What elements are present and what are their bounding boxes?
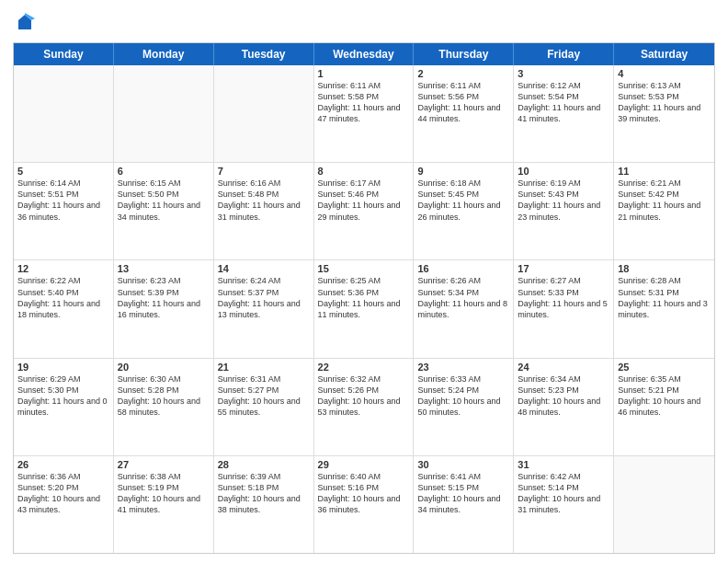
day-cell-29: 29Sunrise: 6:40 AMSunset: 5:16 PMDayligh…: [314, 456, 415, 553]
day-cell-12: 12Sunrise: 6:22 AMSunset: 5:40 PMDayligh…: [14, 260, 114, 357]
day-cell-15: 15Sunrise: 6:25 AMSunset: 5:36 PMDayligh…: [314, 260, 415, 357]
calendar-header: SundayMondayTuesdayWednesdayThursdayFrid…: [14, 43, 714, 65]
day-cell-14: 14Sunrise: 6:24 AMSunset: 5:37 PMDayligh…: [214, 260, 314, 357]
day-cell-28: 28Sunrise: 6:39 AMSunset: 5:18 PMDayligh…: [214, 456, 314, 553]
cell-info: Sunrise: 6:22 AMSunset: 5:40 PMDaylight:…: [17, 275, 109, 320]
calendar: SundayMondayTuesdayWednesdayThursdayFrid…: [13, 42, 715, 554]
day-cell-21: 21Sunrise: 6:31 AMSunset: 5:27 PMDayligh…: [214, 359, 314, 455]
day-number: 11: [618, 166, 711, 177]
day-cell-16: 16Sunrise: 6:26 AMSunset: 5:34 PMDayligh…: [414, 260, 514, 357]
cell-info: Sunrise: 6:13 AMSunset: 5:53 PMDaylight:…: [618, 80, 711, 125]
day-cell-22: 22Sunrise: 6:32 AMSunset: 5:26 PMDayligh…: [314, 359, 415, 455]
calendar-row-2: 12Sunrise: 6:22 AMSunset: 5:40 PMDayligh…: [14, 260, 714, 358]
header-day-friday: Friday: [514, 43, 614, 65]
day-number: 9: [417, 166, 509, 177]
cell-info: Sunrise: 6:35 AMSunset: 5:21 PMDaylight:…: [618, 373, 711, 419]
day-number: 14: [218, 263, 310, 274]
day-cell-26: 26Sunrise: 6:36 AMSunset: 5:20 PMDayligh…: [14, 456, 114, 553]
day-number: 18: [618, 263, 711, 274]
day-number: 10: [518, 166, 609, 177]
day-number: 21: [218, 362, 310, 373]
cell-info: Sunrise: 6:25 AMSunset: 5:36 PMDaylight:…: [318, 275, 410, 320]
cell-info: Sunrise: 6:38 AMSunset: 5:19 PMDaylight:…: [118, 471, 210, 516]
day-cell-11: 11Sunrise: 6:21 AMSunset: 5:42 PMDayligh…: [614, 163, 714, 259]
cell-info: Sunrise: 6:26 AMSunset: 5:34 PMDaylight:…: [417, 275, 509, 320]
header-day-monday: Monday: [114, 43, 214, 65]
cell-info: Sunrise: 6:40 AMSunset: 5:16 PMDaylight:…: [318, 471, 410, 516]
day-number: 26: [17, 459, 109, 470]
day-cell-18: 18Sunrise: 6:28 AMSunset: 5:31 PMDayligh…: [614, 260, 714, 357]
cell-info: Sunrise: 6:23 AMSunset: 5:39 PMDaylight:…: [118, 275, 210, 320]
day-number: 20: [118, 362, 210, 373]
logo-icon: [15, 13, 35, 33]
day-number: 4: [618, 68, 711, 79]
day-cell-20: 20Sunrise: 6:30 AMSunset: 5:28 PMDayligh…: [114, 359, 214, 455]
day-number: 15: [318, 263, 410, 274]
day-cell-13: 13Sunrise: 6:23 AMSunset: 5:39 PMDayligh…: [114, 260, 214, 357]
day-cell-19: 19Sunrise: 6:29 AMSunset: 5:30 PMDayligh…: [14, 359, 114, 455]
cell-info: Sunrise: 6:11 AMSunset: 5:56 PMDaylight:…: [417, 80, 509, 125]
day-cell-2: 2Sunrise: 6:11 AMSunset: 5:56 PMDaylight…: [414, 65, 514, 162]
page: SundayMondayTuesdayWednesdayThursdayFrid…: [0, 0, 728, 563]
day-number: 25: [618, 362, 711, 373]
cell-info: Sunrise: 6:17 AMSunset: 5:46 PMDaylight:…: [318, 178, 410, 223]
day-cell-7: 7Sunrise: 6:16 AMSunset: 5:48 PMDaylight…: [214, 163, 314, 259]
day-cell-10: 10Sunrise: 6:19 AMSunset: 5:43 PMDayligh…: [514, 163, 614, 259]
calendar-row-1: 5Sunrise: 6:14 AMSunset: 5:51 PMDaylight…: [14, 163, 714, 260]
day-number: 31: [518, 459, 609, 470]
day-number: 7: [218, 166, 310, 177]
logo: [13, 13, 35, 35]
empty-cell: [14, 65, 114, 162]
header-day-saturday: Saturday: [614, 43, 714, 65]
day-number: 28: [218, 459, 310, 470]
day-number: 8: [318, 166, 410, 177]
cell-info: Sunrise: 6:34 AMSunset: 5:23 PMDaylight:…: [518, 373, 609, 419]
day-number: 1: [318, 68, 410, 79]
cell-info: Sunrise: 6:18 AMSunset: 5:45 PMDaylight:…: [417, 178, 509, 223]
cell-info: Sunrise: 6:15 AMSunset: 5:50 PMDaylight:…: [118, 178, 210, 223]
day-cell-23: 23Sunrise: 6:33 AMSunset: 5:24 PMDayligh…: [414, 359, 514, 455]
day-number: 19: [17, 362, 109, 373]
cell-info: Sunrise: 6:32 AMSunset: 5:26 PMDaylight:…: [318, 373, 410, 419]
empty-cell: [214, 65, 314, 162]
cell-info: Sunrise: 6:36 AMSunset: 5:20 PMDaylight:…: [17, 471, 109, 516]
header-day-sunday: Sunday: [14, 43, 114, 65]
day-number: 22: [318, 362, 410, 373]
cell-info: Sunrise: 6:30 AMSunset: 5:28 PMDaylight:…: [118, 373, 210, 419]
cell-info: Sunrise: 6:21 AMSunset: 5:42 PMDaylight:…: [618, 178, 711, 223]
empty-cell: [614, 456, 714, 553]
day-cell-5: 5Sunrise: 6:14 AMSunset: 5:51 PMDaylight…: [14, 163, 114, 259]
day-cell-4: 4Sunrise: 6:13 AMSunset: 5:53 PMDaylight…: [614, 65, 714, 162]
cell-info: Sunrise: 6:29 AMSunset: 5:30 PMDaylight:…: [17, 373, 109, 419]
day-number: 24: [518, 362, 609, 373]
day-cell-3: 3Sunrise: 6:12 AMSunset: 5:54 PMDaylight…: [514, 65, 614, 162]
cell-info: Sunrise: 6:39 AMSunset: 5:18 PMDaylight:…: [218, 471, 310, 516]
cell-info: Sunrise: 6:14 AMSunset: 5:51 PMDaylight:…: [17, 178, 109, 223]
calendar-row-0: 1Sunrise: 6:11 AMSunset: 5:58 PMDaylight…: [14, 65, 714, 163]
header: [13, 9, 715, 35]
empty-cell: [114, 65, 214, 162]
cell-info: Sunrise: 6:11 AMSunset: 5:58 PMDaylight:…: [318, 80, 410, 125]
cell-info: Sunrise: 6:27 AMSunset: 5:33 PMDaylight:…: [518, 275, 609, 320]
day-cell-25: 25Sunrise: 6:35 AMSunset: 5:21 PMDayligh…: [614, 359, 714, 455]
day-number: 2: [417, 68, 509, 79]
day-number: 6: [118, 166, 210, 177]
cell-info: Sunrise: 6:19 AMSunset: 5:43 PMDaylight:…: [518, 178, 609, 223]
cell-info: Sunrise: 6:12 AMSunset: 5:54 PMDaylight:…: [518, 80, 609, 125]
cell-info: Sunrise: 6:28 AMSunset: 5:31 PMDaylight:…: [618, 275, 711, 320]
cell-info: Sunrise: 6:41 AMSunset: 5:15 PMDaylight:…: [417, 471, 509, 516]
day-number: 27: [118, 459, 210, 470]
day-cell-30: 30Sunrise: 6:41 AMSunset: 5:15 PMDayligh…: [414, 456, 514, 553]
cell-info: Sunrise: 6:33 AMSunset: 5:24 PMDaylight:…: [417, 373, 509, 419]
header-day-tuesday: Tuesday: [214, 43, 314, 65]
day-cell-24: 24Sunrise: 6:34 AMSunset: 5:23 PMDayligh…: [514, 359, 614, 455]
calendar-row-3: 19Sunrise: 6:29 AMSunset: 5:30 PMDayligh…: [14, 359, 714, 456]
day-number: 17: [518, 263, 609, 274]
day-number: 29: [318, 459, 410, 470]
cell-info: Sunrise: 6:16 AMSunset: 5:48 PMDaylight:…: [218, 178, 310, 223]
day-number: 23: [417, 362, 509, 373]
day-number: 5: [17, 166, 109, 177]
day-number: 3: [518, 68, 609, 79]
header-day-wednesday: Wednesday: [314, 43, 415, 65]
day-cell-8: 8Sunrise: 6:17 AMSunset: 5:46 PMDaylight…: [314, 163, 415, 259]
